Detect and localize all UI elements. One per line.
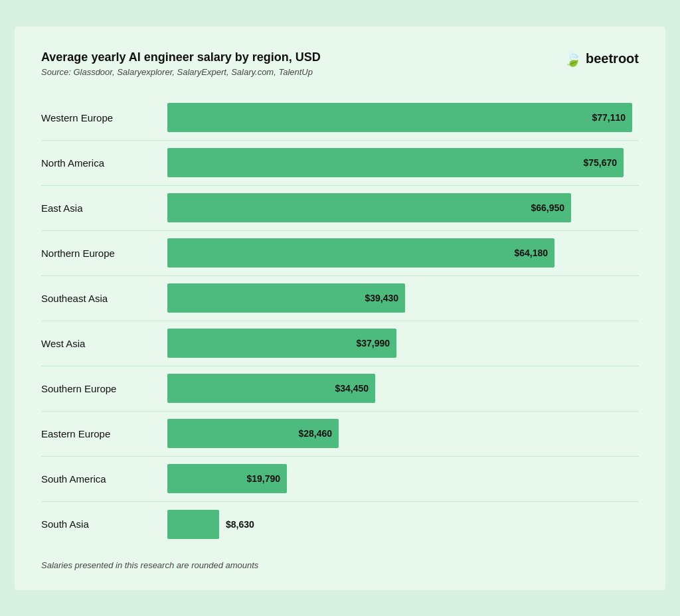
chart-card: Average yearly AI engineer salary by reg…: [15, 27, 665, 590]
region-label: West Asia: [41, 338, 167, 349]
bar: $77,110: [167, 103, 632, 132]
bar-row: Eastern Europe$28,460: [41, 412, 639, 457]
bar: $66,950: [167, 193, 571, 222]
bar-value: $34,450: [335, 383, 369, 394]
bar: $28,460: [167, 419, 339, 448]
bar: $19,790: [167, 464, 287, 493]
bar-container: $66,950: [167, 193, 639, 222]
bar-row: North America$75,670: [41, 141, 639, 186]
bar-row: Western Europe$77,110: [41, 96, 639, 141]
bar-container: $75,670: [167, 148, 639, 177]
bar-row: South America$19,790: [41, 457, 639, 502]
chart-title: Average yearly AI engineer salary by reg…: [41, 50, 321, 64]
region-label: East Asia: [41, 202, 167, 214]
logo-text: beetroot: [586, 51, 639, 66]
bar: $75,670: [167, 148, 624, 177]
bar-row: Southeast Asia$39,430: [41, 276, 639, 321]
region-label: Northern Europe: [41, 248, 167, 259]
bar-row: East Asia$66,950: [41, 186, 639, 231]
region-label: Southern Europe: [41, 383, 167, 394]
bar-row: West Asia$37,990: [41, 321, 639, 366]
bar-row: South Asia$8,630: [41, 502, 639, 547]
bar-container: $34,450: [167, 374, 639, 403]
region-label: Southeast Asia: [41, 293, 167, 304]
bar: $37,990: [167, 329, 396, 358]
bar-value: $39,430: [365, 293, 398, 303]
bar-container: $77,110: [167, 103, 639, 132]
region-label: South Asia: [41, 518, 167, 530]
bar-value: $64,180: [514, 248, 548, 258]
bar-value: $66,950: [531, 202, 564, 213]
bar-container: $64,180: [167, 238, 639, 268]
bar-container: $28,460: [167, 419, 639, 448]
chart-header: Average yearly AI engineer salary by reg…: [41, 50, 639, 77]
region-label: Eastern Europe: [41, 428, 167, 439]
bar-value-outside: $8,630: [226, 519, 254, 530]
bar-row: Northern Europe$64,180: [41, 231, 639, 276]
bar-value: $75,670: [583, 157, 617, 168]
region-label: South America: [41, 473, 167, 485]
bar: [167, 510, 219, 539]
bar-container: $39,430: [167, 283, 639, 313]
bar-container: $8,630: [167, 510, 639, 539]
bar-value: $77,110: [592, 112, 626, 123]
bar-value: $28,460: [298, 428, 332, 439]
bar-value: $19,790: [246, 473, 280, 484]
bar: $64,180: [167, 238, 554, 268]
region-label: North America: [41, 157, 167, 169]
chart-subtitle: Source: Glassdoor, Salaryexplorer, Salar…: [41, 67, 321, 77]
bar-container: $37,990: [167, 329, 639, 358]
bar: $39,430: [167, 283, 405, 313]
header-left: Average yearly AI engineer salary by reg…: [41, 50, 321, 77]
bar: $34,450: [167, 374, 375, 403]
bar-row: Southern Europe$34,450: [41, 366, 639, 412]
footer-note: Salaries presented in this research are …: [41, 560, 639, 570]
bar-value: $37,990: [356, 338, 390, 348]
logo-icon: 🍃: [564, 50, 582, 68]
region-label: Western Europe: [41, 112, 167, 123]
bar-chart: Western Europe$77,110North America$75,67…: [41, 96, 639, 547]
bar-container: $19,790: [167, 464, 639, 493]
brand-logo: 🍃 beetroot: [564, 50, 639, 68]
